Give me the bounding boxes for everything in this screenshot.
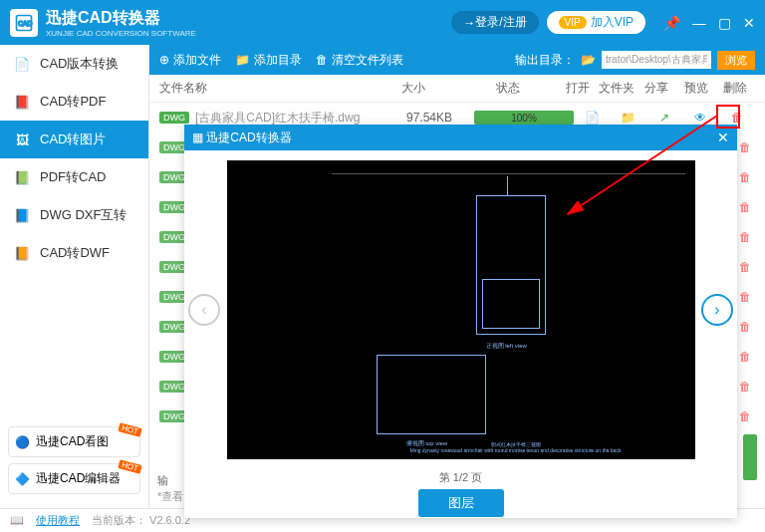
next-page-button[interactable]: › [701, 294, 733, 326]
delete-icon[interactable]: 🗑 [735, 377, 755, 397]
close-icon[interactable]: ✕ [743, 15, 755, 31]
nav-cad-to-dwf[interactable]: 📙CAD转DWF [0, 234, 148, 272]
promo-editor[interactable]: 🔷迅捷CAD编辑器HOT [8, 463, 140, 494]
trash-icon: 🗑 [316, 53, 328, 67]
prev-page-button[interactable]: ‹ [188, 294, 220, 326]
ruler [332, 166, 685, 174]
app-title-block: 迅捷CAD转换器 XUNJIE CAD CONVERSION SOFTWARE [46, 8, 196, 38]
clear-list-button[interactable]: 🗑清空文件列表 [316, 52, 403, 69]
layer-button[interactable]: 图层 [418, 489, 504, 517]
window-controls: 📌 — ▢ ✕ [663, 15, 755, 31]
drawing-chair-front [476, 195, 546, 335]
cad-viewer-icon: 🔵 [15, 435, 30, 449]
titlebar: CAD 迅捷CAD转换器 XUNJIE CAD CONVERSION SOFTW… [0, 0, 765, 45]
maximize-icon[interactable]: ▢ [718, 15, 731, 31]
nav-cad-to-image[interactable]: 🖼CAD转图片 [0, 121, 148, 158]
delete-icon[interactable]: 🗑 [735, 406, 755, 426]
drawing-caption: 明式红木扶手椅三视图Ming dynasty rosewood armchair… [347, 441, 685, 453]
col-size: 大小 [369, 80, 458, 97]
folder-icon: 📂 [581, 53, 596, 67]
folder-plus-icon: 📁 [235, 53, 250, 67]
delete-icon[interactable]: 🗑 [735, 347, 755, 367]
hot-badge: HOT [118, 422, 141, 437]
cad-canvas[interactable]: 正视图 left view 俯视图 top view 明式红木扶手椅三视图Min… [227, 160, 695, 459]
delete-icon[interactable]: 🗑 [735, 227, 755, 247]
pdf-cad-icon: 📗 [12, 167, 32, 187]
delete-icon[interactable]: 🗑 [735, 137, 755, 157]
cad-editor-icon: 🔷 [15, 472, 30, 486]
output-path-input[interactable] [602, 51, 711, 69]
drawing-label: 正视图 left view [486, 342, 527, 351]
preview-logo-icon: ▦ [192, 131, 203, 144]
col-folder: 文件夹 [599, 80, 635, 97]
delete-icon[interactable]: 🗑 [735, 197, 755, 217]
drawing-chair-top [377, 355, 486, 434]
minimize-icon[interactable]: — [692, 15, 706, 31]
convert-button[interactable] [743, 434, 757, 480]
app-title: 迅捷CAD转换器 [46, 8, 196, 29]
svg-text:CAD: CAD [18, 20, 32, 27]
delete-icon[interactable]: 🗑 [735, 167, 755, 187]
preview-modal: ▦ 迅捷CAD转换器 ✕ ‹ 正视图 left view 俯视图 top vie… [184, 125, 737, 518]
version-text: 当前版本： V2.6.0.2 [92, 513, 190, 528]
app-subtitle: XUNJIE CAD CONVERSION SOFTWARE [46, 29, 196, 38]
delete-icon[interactable]: 🗑 [735, 317, 755, 337]
nav-cad-version[interactable]: 📄CAD版本转换 [0, 45, 148, 83]
promo-viewer[interactable]: 🔵迅捷CAD看图HOT [8, 426, 140, 457]
progress-bar: 100% [474, 111, 574, 125]
delete-icon[interactable]: 🗑 [735, 257, 755, 277]
join-vip-button[interactable]: VIP加入VIP [547, 11, 645, 34]
col-name: 文件名称 [159, 80, 369, 97]
add-dir-button[interactable]: 📁添加目录 [235, 52, 302, 69]
output-label: 输出目录： [515, 52, 575, 69]
nav-dwg-dxf[interactable]: 📘DWG DXF互转 [0, 196, 148, 234]
dwg-icon: 📘 [12, 205, 32, 225]
dwf-icon: 📙 [12, 243, 32, 263]
image-icon: 🖼 [12, 130, 32, 149]
file-name: [古典家具CAD]红木扶手椅.dwg [195, 110, 384, 127]
col-status: 状态 [458, 80, 558, 97]
login-button[interactable]: → 登录/注册 [451, 11, 538, 34]
col-delete: 删除 [717, 80, 753, 97]
file-type-badge: DWG [159, 112, 189, 124]
file-size: 97.54KB [384, 111, 474, 125]
pdf-icon: 📕 [12, 92, 32, 112]
option-stub: *查看 [157, 489, 183, 504]
nav-pdf-to-cad[interactable]: 📗PDF转CAD [0, 158, 148, 196]
preview-body: ‹ 正视图 left view 俯视图 top view 明式红木扶手椅三视图M… [184, 150, 737, 469]
book-icon: 📖 [10, 514, 24, 527]
pin-icon[interactable]: 📌 [663, 15, 680, 31]
col-share: 分享 [638, 80, 674, 97]
sidebar: 📄CAD版本转换 📕CAD转PDF 🖼CAD转图片 📗PDF转CAD 📘DWG … [0, 45, 149, 508]
tutorial-link[interactable]: 使用教程 [36, 513, 80, 528]
app-logo-icon: CAD [10, 9, 38, 37]
hot-badge: HOT [118, 459, 141, 474]
delete-icon[interactable]: 🗑 [735, 287, 755, 307]
col-open: 打开 [560, 80, 596, 97]
cad-icon: 📄 [12, 54, 32, 74]
nav-cad-to-pdf[interactable]: 📕CAD转PDF [0, 83, 148, 121]
preview-footer: 第 1/2 页 图层 [184, 469, 737, 517]
add-file-button[interactable]: ⊕添加文件 [159, 52, 221, 69]
toolbar: ⊕添加文件 📁添加目录 🗑清空文件列表 输出目录： 📂 浏览 [149, 45, 765, 75]
col-preview: 预览 [678, 80, 714, 97]
preview-close-icon[interactable]: ✕ [717, 130, 729, 145]
preview-header: ▦ 迅捷CAD转换器 ✕ [184, 125, 737, 150]
table-header: 文件名称 大小 状态 打开 文件夹 分享 预览 删除 [149, 75, 765, 103]
page-indicator: 第 1/2 页 [439, 470, 482, 485]
preview-title: 迅捷CAD转换器 [206, 130, 291, 146]
plus-icon: ⊕ [159, 53, 169, 67]
browse-button[interactable]: 浏览 [717, 51, 755, 70]
output-stub: 输 [157, 473, 168, 488]
